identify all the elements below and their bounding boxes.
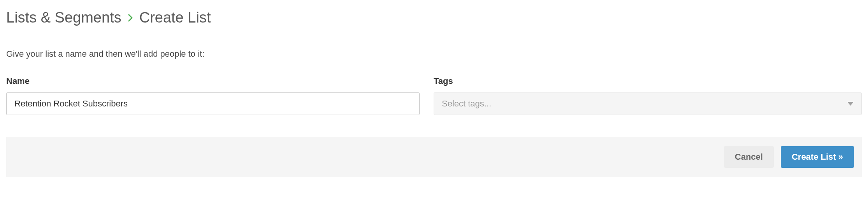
tags-field-group: Tags Select tags... bbox=[434, 76, 862, 115]
tags-label: Tags bbox=[434, 76, 862, 86]
name-label: Name bbox=[6, 76, 420, 86]
tags-select-placeholder: Select tags... bbox=[442, 99, 847, 109]
chevron-right-icon bbox=[128, 14, 133, 22]
breadcrumb: Lists & Segments Create List bbox=[0, 0, 868, 37]
form-row: Name Tags Select tags... bbox=[6, 76, 862, 115]
cancel-button[interactable]: Cancel bbox=[724, 146, 774, 168]
form-content: Give your list a name and then we'll add… bbox=[0, 37, 868, 115]
create-list-button[interactable]: Create List » bbox=[781, 146, 854, 168]
tags-select[interactable]: Select tags... bbox=[434, 92, 862, 115]
instruction-text: Give your list a name and then we'll add… bbox=[6, 49, 862, 59]
caret-down-icon bbox=[847, 102, 854, 106]
svg-marker-0 bbox=[847, 102, 854, 106]
action-bar: Cancel Create List » bbox=[6, 137, 862, 177]
name-input[interactable] bbox=[6, 92, 420, 115]
breadcrumb-parent-link[interactable]: Lists & Segments bbox=[6, 9, 121, 26]
create-list-page: Lists & Segments Create List Give your l… bbox=[0, 0, 868, 177]
name-field-group: Name bbox=[6, 76, 420, 115]
breadcrumb-current: Create List bbox=[139, 9, 211, 26]
